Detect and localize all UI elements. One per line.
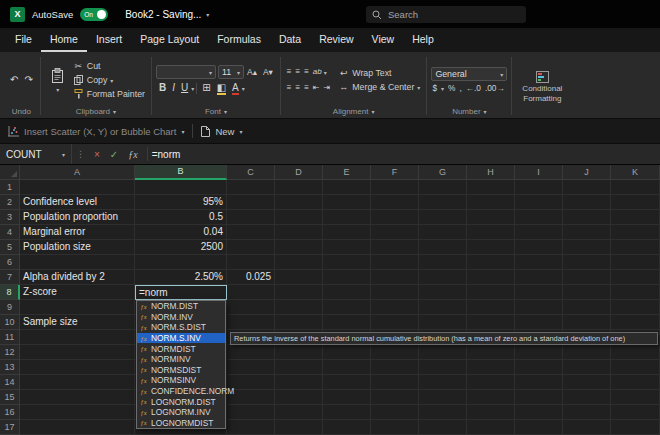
cell-D1[interactable] [275,180,323,195]
cell-J15[interactable] [563,390,611,405]
cell-C1[interactable] [227,180,275,195]
row-header-11[interactable]: 11 [0,330,20,345]
autocomplete-item-norminv[interactable]: ƒxNORMINV [137,354,225,365]
cell-F16[interactable] [371,405,419,420]
decrease-indent-button[interactable]: ⇤ [311,81,322,95]
autocomplete-item-normsdist[interactable]: ƒxNORMSDIST [137,365,225,376]
cell-F1[interactable] [371,180,419,195]
percent-style-button[interactable]: % [447,83,456,93]
cell-J16[interactable] [563,405,611,420]
cell-A3[interactable]: Population proportion [20,210,135,225]
cell-A9[interactable] [20,300,135,315]
cell-D13[interactable] [275,360,323,375]
cell-E15[interactable] [323,390,371,405]
cell-H6[interactable] [467,255,515,270]
cell-E2[interactable] [323,195,371,210]
increase-font-size-button[interactable]: A▴ [244,65,260,79]
cell-K17[interactable] [611,420,660,435]
cell-I4[interactable] [515,225,563,240]
paste-button[interactable]: ▾ [45,68,71,93]
search-box[interactable]: Search [366,6,526,23]
cell-G16[interactable] [419,405,467,420]
cell-G8[interactable] [419,285,467,300]
orientation-dropdown-icon[interactable]: ▾ [324,69,327,76]
cell-J17[interactable] [563,420,611,435]
cell-B2[interactable]: 95% [135,195,227,210]
autocomplete-item-lognorm.inv[interactable]: ƒxLOGNORM.INV [137,407,225,418]
cell-G17[interactable] [419,420,467,435]
cell-A17[interactable] [20,420,135,435]
cell-J12[interactable] [563,345,611,360]
cell-B8[interactable]: =norm [135,285,227,300]
font-dialog-launcher[interactable]: ▾ [224,108,227,115]
row-header-3[interactable]: 3 [0,210,20,225]
cell-G5[interactable] [419,240,467,255]
decrease-font-size-button[interactable]: A▾ [260,65,276,79]
cancel-button[interactable]: × [89,149,105,160]
cell-J13[interactable] [563,360,611,375]
cell-C2[interactable] [227,195,275,210]
cell-K13[interactable] [611,360,660,375]
cell-J10[interactable] [563,315,611,330]
cell-E3[interactable] [323,210,371,225]
column-header-I[interactable]: I [515,165,563,180]
row-header-15[interactable]: 15 [0,390,20,405]
fill-color-button[interactable]: ◧ [214,81,229,95]
row-header-12[interactable]: 12 [0,345,20,360]
cell-A14[interactable] [20,375,135,390]
cell-K14[interactable] [611,375,660,390]
redo-button[interactable]: ↷ [21,73,35,87]
cell-I12[interactable] [515,345,563,360]
autocomplete-item-norm.s.inv[interactable]: ƒxNORM.S.INV [137,333,225,344]
cell-K7[interactable] [611,270,660,285]
cell-B5[interactable]: 2500 [135,240,227,255]
column-header-J[interactable]: J [563,165,611,180]
cell-I10[interactable] [515,315,563,330]
cell-F7[interactable] [371,270,419,285]
cell-I5[interactable] [515,240,563,255]
cell-D6[interactable] [275,255,323,270]
decrease-decimal-button[interactable]: .00→ [484,83,506,93]
excel-logo-icon[interactable]: X [10,7,25,22]
number-format-select[interactable]: General ▾ [431,67,507,81]
column-header-C[interactable]: C [227,165,275,180]
cell-J14[interactable] [563,375,611,390]
cell-J9[interactable] [563,300,611,315]
column-header-B[interactable]: B [135,165,227,180]
copy-button[interactable]: Copy ▾ [71,74,147,87]
cell-E12[interactable] [323,345,371,360]
qat-new-button[interactable]: New ▾ [201,126,242,137]
cell-I2[interactable] [515,195,563,210]
cell-B1[interactable] [135,180,227,195]
cell-C10[interactable] [227,315,275,330]
row-header-6[interactable]: 6 [0,255,20,270]
cell-G10[interactable] [419,315,467,330]
cell-F14[interactable] [371,375,419,390]
row-header-17[interactable]: 17 [0,420,20,435]
cell-C7[interactable]: 0.025 [227,270,275,285]
cell-H14[interactable] [467,375,515,390]
autocomplete-item-norm.s.dist[interactable]: ƒxNORM.S.DIST [137,322,225,333]
cell-G9[interactable] [419,300,467,315]
autocomplete-item-confidence.norm[interactable]: ƒxCONFIDENCE.NORM [137,386,225,397]
cell-I1[interactable] [515,180,563,195]
cell-F15[interactable] [371,390,419,405]
align-top-button[interactable]: ≡ [285,65,294,79]
cell-G6[interactable] [419,255,467,270]
cell-G12[interactable] [419,345,467,360]
cell-C5[interactable] [227,240,275,255]
row-header-1[interactable]: 1 [0,180,20,195]
italic-button[interactable]: I [169,81,178,95]
cell-G3[interactable] [419,210,467,225]
cell-C17[interactable] [227,420,275,435]
cell-D15[interactable] [275,390,323,405]
cell-C8[interactable] [227,285,275,300]
cell-E13[interactable] [323,360,371,375]
cell-D5[interactable] [275,240,323,255]
cell-F9[interactable] [371,300,419,315]
qat-insert-scatter-chart-button[interactable]: Insert Scatter (X, Y) or Bubble Chart ▾ [8,126,184,137]
cell-F12[interactable] [371,345,419,360]
cell-C4[interactable] [227,225,275,240]
cell-E7[interactable] [323,270,371,285]
cell-J3[interactable] [563,210,611,225]
